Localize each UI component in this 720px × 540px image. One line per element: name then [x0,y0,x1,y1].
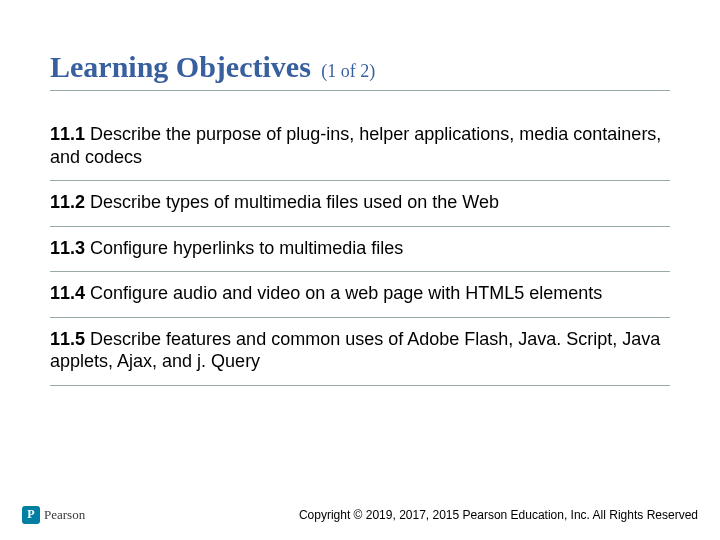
title-block: Learning Objectives (1 of 2) [50,50,670,91]
objective-text: Configure audio and video on a web page … [90,283,602,303]
objective-text: Describe the purpose of plug-ins, helper… [50,124,661,167]
pearson-logo-text: Pearson [44,507,85,523]
pearson-logo-icon [22,506,40,524]
copyright-text: Copyright © 2019, 2017, 2015 Pearson Edu… [299,508,698,522]
slide: Learning Objectives (1 of 2) 11.1 Descri… [0,0,720,540]
objective-text: Configure hyperlinks to multimedia files [90,238,403,258]
objective-text: Describe features and common uses of Ado… [50,329,660,372]
objective-number: 11.3 [50,238,90,258]
footer: Pearson Copyright © 2019, 2017, 2015 Pea… [0,500,720,530]
objective-number: 11.2 [50,192,90,212]
list-item: 11.1 Describe the purpose of plug-ins, h… [50,113,670,181]
list-item: 11.4 Configure audio and video on a web … [50,272,670,318]
objective-number: 11.5 [50,329,90,349]
objectives-list: 11.1 Describe the purpose of plug-ins, h… [50,113,670,386]
list-item: 11.3 Configure hyperlinks to multimedia … [50,227,670,273]
list-item: 11.5 Describe features and common uses o… [50,318,670,386]
objective-number: 11.1 [50,124,90,144]
list-item: 11.2 Describe types of multimedia files … [50,181,670,227]
objective-text: Describe types of multimedia files used … [90,192,499,212]
page-title: Learning Objectives [50,50,311,83]
pearson-logo: Pearson [22,506,85,524]
objective-number: 11.4 [50,283,90,303]
page-subtitle: (1 of 2) [321,61,375,81]
